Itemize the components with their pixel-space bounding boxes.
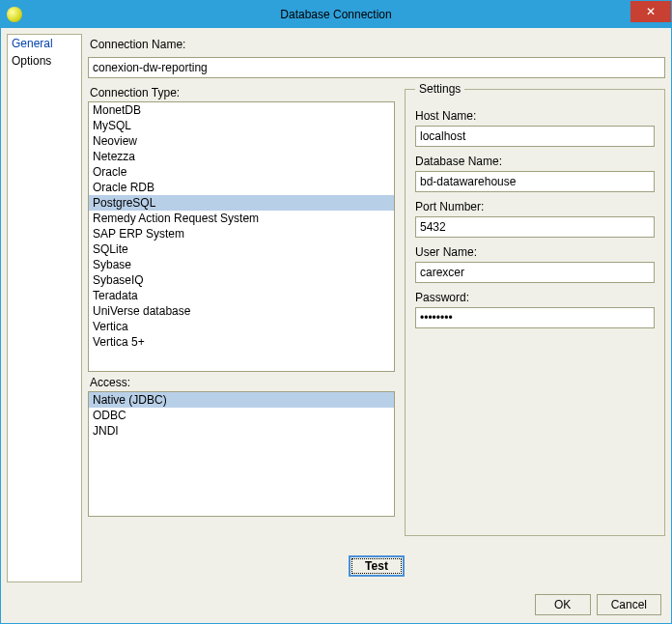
connection-type-item[interactable]: SybaseIQ [89,272,394,288]
port-number-label: Port Number: [415,192,655,216]
settings-fieldset: Settings Host Name: Database Name: Port … [405,82,665,536]
port-number-input[interactable] [415,216,655,238]
close-icon: ✕ [646,5,656,18]
category-nav: General Options [7,34,82,582]
host-name-input[interactable] [415,126,655,147]
test-button-row: Test [88,550,665,582]
test-button[interactable]: Test [349,555,405,577]
left-column: Connection Type: MonetDBMySQLNeoviewNete… [88,82,395,546]
dialog-button-bar: OK Cancel [1,588,671,623]
access-type-item[interactable]: ODBC [89,408,394,423]
connection-type-label: Connection Type: [88,82,395,101]
access-type-item[interactable]: Native (JDBC) [89,392,394,408]
connection-type-listbox[interactable]: MonetDBMySQLNeoviewNetezzaOracleOracle R… [88,101,395,372]
database-name-input[interactable] [415,171,655,192]
password-input[interactable] [415,307,655,328]
connection-type-item[interactable]: Netezza [89,149,394,164]
connection-type-item[interactable]: Vertica [89,319,394,334]
dialog-content: General Options Connection Name: Connect… [1,28,671,588]
settings-legend: Settings [415,82,464,96]
connection-type-item[interactable]: SQLite [89,241,394,257]
connection-type-item[interactable]: Vertica 5+ [89,334,394,350]
dialog-window: Database Connection ✕ General Options Co… [0,0,672,624]
connection-type-item[interactable]: MySQL [89,118,394,133]
access-label: Access: [88,372,395,391]
right-column: Settings Host Name: Database Name: Port … [405,82,665,546]
nav-item-general[interactable]: General [8,35,81,52]
connection-type-item[interactable]: Teradata [89,288,394,303]
close-button[interactable]: ✕ [630,1,671,22]
window-title: Database Connection [280,8,391,21]
access-type-item[interactable]: JNDI [89,423,394,439]
host-name-label: Host Name: [415,101,655,126]
connection-type-item[interactable]: SAP ERP System [89,226,394,241]
titlebar: Database Connection ✕ [1,1,671,28]
password-label: Password: [415,283,655,307]
connection-type-item[interactable]: PostgreSQL [89,195,394,211]
connection-type-item[interactable]: Oracle [89,164,394,180]
connection-name-input[interactable] [88,57,665,78]
main-panel: Connection Name: Connection Type: MonetD… [88,34,665,582]
two-column-area: Connection Type: MonetDBMySQLNeoviewNete… [88,82,665,546]
user-name-input[interactable] [415,262,655,283]
connection-type-item[interactable]: Oracle RDB [89,180,394,195]
connection-type-item[interactable]: Remedy Action Request System [89,211,394,226]
access-listbox[interactable]: Native (JDBC)ODBCJNDI [88,391,395,517]
connection-type-item[interactable]: Sybase [89,257,394,272]
user-name-label: User Name: [415,238,655,262]
cancel-button[interactable]: Cancel [597,594,661,615]
connection-type-item[interactable]: Neoview [89,133,394,149]
connection-name-label: Connection Name: [88,34,665,53]
connection-type-item[interactable]: MonetDB [89,102,394,118]
ok-button[interactable]: OK [535,594,591,615]
nav-item-options[interactable]: Options [8,52,81,70]
database-name-label: Database Name: [415,147,655,171]
connection-type-item[interactable]: UniVerse database [89,303,394,319]
app-icon [7,7,22,22]
